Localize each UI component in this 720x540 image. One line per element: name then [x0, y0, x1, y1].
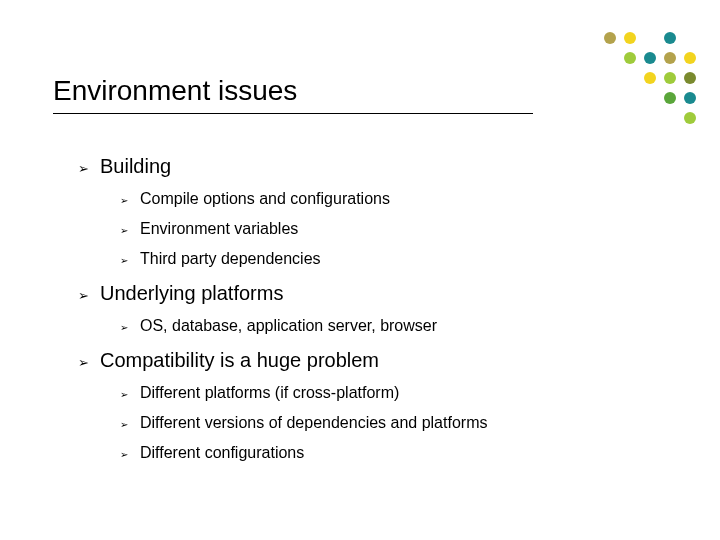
svg-point-2: [664, 32, 676, 44]
svg-point-0: [604, 32, 616, 44]
svg-point-4: [644, 52, 656, 64]
list-subitem-label: Different configurations: [140, 444, 304, 462]
list-subitem: ➢ Third party dependencies: [120, 250, 680, 268]
svg-point-5: [664, 52, 676, 64]
list-item: ➢ Compatibility is a huge problem: [78, 349, 680, 372]
bullet-icon: ➢: [120, 419, 140, 430]
list-subitem-label: Environment variables: [140, 220, 298, 238]
list-subitem: ➢ Environment variables: [120, 220, 680, 238]
bullet-icon: ➢: [78, 161, 100, 176]
bullet-icon: ➢: [120, 225, 140, 236]
list-item-label: Building: [100, 155, 171, 178]
title-area: Environment issues: [53, 75, 667, 114]
bullet-icon: ➢: [120, 255, 140, 266]
list-subitem-label: Compile options and configurations: [140, 190, 390, 208]
list-subitem: ➢ Different configurations: [120, 444, 680, 462]
svg-point-11: [684, 92, 696, 104]
title-rule: [53, 113, 533, 114]
svg-point-1: [624, 32, 636, 44]
list-subitem: ➢ Compile options and configurations: [120, 190, 680, 208]
bullet-icon: ➢: [78, 355, 100, 370]
list-item: ➢ Building: [78, 155, 680, 178]
list-subitem: ➢ Different platforms (if cross-platform…: [120, 384, 680, 402]
svg-point-12: [684, 112, 696, 124]
bullet-icon: ➢: [120, 449, 140, 460]
svg-point-3: [624, 52, 636, 64]
list-subitem-label: Different versions of dependencies and p…: [140, 414, 487, 432]
slide-title: Environment issues: [53, 75, 667, 113]
svg-point-6: [684, 52, 696, 64]
bullet-icon: ➢: [120, 195, 140, 206]
slide-body: ➢ Building ➢ Compile options and configu…: [78, 155, 680, 462]
list-subitem-label: Third party dependencies: [140, 250, 321, 268]
list-subitem-label: OS, database, application server, browse…: [140, 317, 437, 335]
bullet-icon: ➢: [120, 322, 140, 333]
bullet-icon: ➢: [120, 389, 140, 400]
list-item-label: Compatibility is a huge problem: [100, 349, 379, 372]
list-subitem-label: Different platforms (if cross-platform): [140, 384, 399, 402]
svg-point-9: [684, 72, 696, 84]
list-subitem: ➢ OS, database, application server, brow…: [120, 317, 680, 335]
bullet-icon: ➢: [78, 288, 100, 303]
list-subitem: ➢ Different versions of dependencies and…: [120, 414, 680, 432]
list-item-label: Underlying platforms: [100, 282, 283, 305]
list-item: ➢ Underlying platforms: [78, 282, 680, 305]
